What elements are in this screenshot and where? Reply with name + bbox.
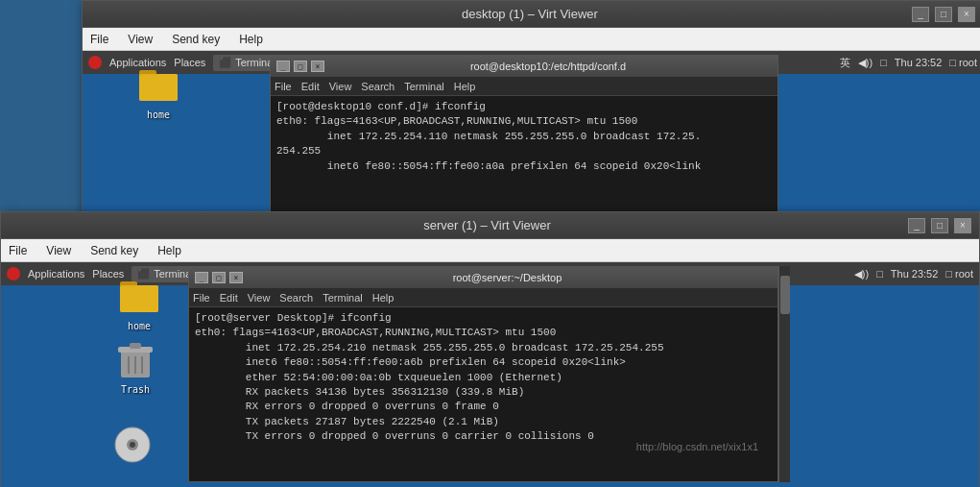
w2-line5: ether 52:54:00:00:0a:0b txqueuelen 1000 … bbox=[195, 371, 772, 385]
trash-svg bbox=[116, 339, 155, 381]
window2-maximize-btn[interactable]: □ bbox=[931, 218, 948, 233]
watermark: http://blog.csdn.net/xix1x1 bbox=[636, 441, 758, 452]
window2-terminal-menubar: File Edit View Search Terminal Help bbox=[189, 288, 777, 307]
window1-terminal-window: _ □ × root@desktop10:/etc/httpd/conf.d F… bbox=[270, 55, 778, 215]
window2-trash-icon[interactable]: Trash bbox=[116, 339, 155, 395]
desktop: desktop (1) – Virt Viewer _ □ × File Vie… bbox=[0, 0, 980, 487]
window2-term-minimize[interactable]: _ bbox=[195, 272, 208, 283]
w1-tm-edit[interactable]: Edit bbox=[301, 81, 320, 92]
window1-terminal-title: root@desktop10:/etc/httpd/conf.d bbox=[324, 61, 772, 72]
window1-controls: _ □ × bbox=[912, 7, 975, 22]
window2-controls: _ □ × bbox=[908, 218, 971, 233]
window1-user: □ root bbox=[949, 57, 977, 68]
window1-close-btn[interactable]: × bbox=[958, 7, 975, 22]
w1-tm-terminal[interactable]: Terminal bbox=[404, 81, 444, 92]
w2-line3: inet 172.25.254.210 netmask 255.255.255.… bbox=[195, 341, 772, 355]
w2-tm-file[interactable]: File bbox=[193, 292, 210, 304]
w1-tm-file[interactable]: File bbox=[275, 81, 292, 92]
scrollbar-thumb[interactable] bbox=[780, 276, 790, 314]
window2-minimize-btn[interactable]: _ bbox=[908, 218, 925, 233]
window1-title: desktop (1) – Virt Viewer bbox=[148, 7, 912, 21]
window1-term-minimize[interactable]: _ bbox=[276, 61, 290, 72]
svg-rect-8 bbox=[130, 343, 141, 349]
window1-terminal-menubar: File Edit View Search Terminal Help bbox=[271, 77, 777, 96]
w2-line2: eth0: flags=4163<UP,BROADCAST,RUNNING,MU… bbox=[195, 326, 772, 340]
w1-line4: 254.255 bbox=[276, 144, 772, 158]
w2-line6: RX packets 34136 bytes 356312130 (339.8 … bbox=[195, 385, 772, 400]
window1-menubar: File View Send key Help bbox=[83, 28, 980, 51]
w2-tm-terminal[interactable]: Terminal bbox=[323, 292, 363, 304]
window1-terminal-winbtns: _ □ × bbox=[276, 61, 324, 72]
window2-applications-btn[interactable]: Applications bbox=[28, 268, 84, 280]
virt-window-1: desktop (1) – Virt Viewer _ □ × File Vie… bbox=[82, 0, 980, 221]
window1-menu-view[interactable]: View bbox=[124, 31, 156, 48]
window1-menu-help[interactable]: Help bbox=[235, 31, 267, 48]
window2-apps-btn bbox=[7, 267, 20, 280]
window2-folder-svg bbox=[116, 272, 162, 318]
w1-tm-view[interactable]: View bbox=[329, 81, 352, 92]
window1-terminal-titlebar: _ □ × root@desktop10:/etc/httpd/conf.d bbox=[271, 56, 777, 77]
window1-menu-file[interactable]: File bbox=[86, 31, 112, 48]
w2-tm-edit[interactable]: Edit bbox=[220, 292, 238, 304]
window1-inner-desktop: Applications Places ⬛ Terminal 英 ◀)) □ T… bbox=[83, 51, 980, 222]
window1-menu-sendkey[interactable]: Send key bbox=[168, 31, 224, 48]
window2-title: server (1) – Virt Viewer bbox=[66, 218, 908, 232]
window1-terminal-content[interactable]: [root@desktop10 conf.d]# ifconfig eth0: … bbox=[271, 96, 777, 211]
window1-apps-btn bbox=[88, 56, 102, 69]
virt-titlebar-2: server (1) – Virt Viewer _ □ × bbox=[1, 212, 979, 239]
window2-term-close[interactable]: × bbox=[229, 272, 243, 283]
w2-line7: RX errors 0 dropped 0 overruns 0 frame 0 bbox=[195, 400, 772, 414]
disk-svg bbox=[111, 426, 154, 464]
window2-terminal-window: _ □ × root@server:~/Desktop File Edit Vi… bbox=[188, 266, 778, 482]
w1-line3: inet 172.25.254.110 netmask 255.255.255.… bbox=[276, 130, 772, 144]
w1-tm-help[interactable]: Help bbox=[454, 81, 476, 92]
window1-term-maximize[interactable]: □ bbox=[294, 61, 307, 72]
window1-screen: □ bbox=[880, 57, 887, 68]
window2-close-btn[interactable]: × bbox=[954, 218, 971, 233]
window2-terminal-titlebar: _ □ × root@server:~/Desktop bbox=[189, 267, 777, 288]
window1-lang: 英 bbox=[840, 56, 850, 70]
window2-screen: □ bbox=[876, 268, 883, 280]
window1-topbar-right: 英 ◀)) □ Thu 23:52 □ root bbox=[840, 56, 977, 70]
window2-audio: ◀)) bbox=[854, 268, 869, 280]
w2-tm-search[interactable]: Search bbox=[279, 292, 313, 304]
w2-line8: TX packets 27187 bytes 2222540 (2.1 MiB) bbox=[195, 415, 772, 429]
window2-menu-help[interactable]: Help bbox=[154, 242, 185, 259]
svg-rect-5 bbox=[120, 285, 158, 312]
window2-disk-icon[interactable] bbox=[111, 426, 154, 464]
window2-menubar: File View Send key Help bbox=[1, 239, 979, 262]
window1-minimize-btn[interactable]: _ bbox=[912, 7, 929, 22]
virt-titlebar-1: desktop (1) – Virt Viewer _ □ × bbox=[83, 1, 980, 28]
window2-inner-desktop: Applications Places ⬛ Terminal ◀)) □ Thu… bbox=[1, 262, 979, 487]
window1-home-icon[interactable]: home bbox=[135, 61, 181, 120]
window1-maximize-btn[interactable]: □ bbox=[935, 7, 952, 22]
window2-home-icon[interactable]: home bbox=[116, 272, 162, 331]
window2-terminal-scrollbar[interactable] bbox=[778, 266, 790, 482]
w2-line4: inet6 fe80::5054:ff:fe00:a6b prefixlen 6… bbox=[195, 355, 772, 370]
svg-rect-2 bbox=[139, 74, 178, 101]
window2-clock: Thu 23:52 bbox=[891, 268, 939, 280]
folder-svg bbox=[135, 61, 181, 107]
window2-menu-file[interactable]: File bbox=[5, 242, 31, 259]
window2-term-maximize[interactable]: □ bbox=[212, 272, 226, 283]
window2-home-label: home bbox=[128, 321, 151, 331]
window2-user: □ root bbox=[945, 268, 973, 280]
svg-point-14 bbox=[130, 442, 135, 448]
window2-trash-label: Trash bbox=[121, 384, 150, 395]
window2-menu-view[interactable]: View bbox=[42, 242, 75, 259]
window1-clock: Thu 23:52 bbox=[895, 57, 943, 68]
w1-line2: eth0: flags=4163<UP,BROADCAST,RUNNING,MU… bbox=[276, 114, 772, 129]
window2-terminal-content[interactable]: [root@server Desktop]# ifconfig eth0: fl… bbox=[189, 307, 777, 480]
w2-line1: [root@server Desktop]# ifconfig bbox=[195, 311, 772, 326]
w2-tm-view[interactable]: View bbox=[248, 292, 271, 304]
window2-topbar-right: ◀)) □ Thu 23:52 □ root bbox=[854, 268, 973, 280]
w1-tm-search[interactable]: Search bbox=[361, 81, 394, 92]
window1-term-close[interactable]: × bbox=[311, 61, 324, 72]
window2-terminal-title: root@server:~/Desktop bbox=[243, 272, 772, 283]
window2-menu-sendkey[interactable]: Send key bbox=[86, 242, 142, 259]
w1-line1: [root@desktop10 conf.d]# ifconfig bbox=[276, 100, 772, 114]
w2-tm-help[interactable]: Help bbox=[372, 292, 394, 304]
w1-line5: inet6 fe80::5054:ff:fe00:a0a prefixlen 6… bbox=[276, 159, 772, 174]
window1-home-label: home bbox=[147, 110, 170, 120]
window2-terminal-winbtns: _ □ × bbox=[195, 272, 243, 283]
